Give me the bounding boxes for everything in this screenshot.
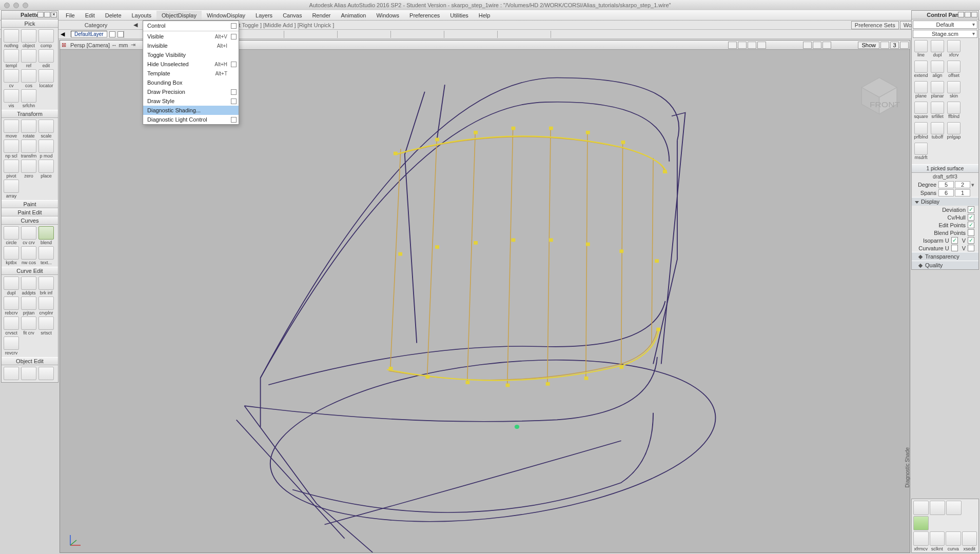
default-layer-chip[interactable]: DefaultLayer [71,31,107,37]
tool-brk inf[interactable]: brk inf [37,276,55,295]
tool-circle[interactable]: circle [3,226,20,245]
view-layout-icon[interactable] [880,42,889,49]
ctrl-tool-prfblnd[interactable]: prfblnd [913,122,929,143]
view-tool-icon[interactable] [748,42,756,49]
ctrl-tool-dupl[interactable]: dupl [929,40,946,61]
show-button[interactable]: Show [858,42,879,49]
section-curve-edit[interactable]: Curve Edit [2,267,58,275]
tool-srfchn[interactable]: srfchn [20,89,37,108]
nav-left-icon[interactable]: ◀ [133,22,138,28]
zoom-dot[interactable] [23,3,28,8]
section-paint[interactable]: Paint [2,200,58,208]
tool-prjtan[interactable]: prjtan [20,296,37,315]
tool-nothng[interactable]: nothng [3,29,20,48]
tool-cv[interactable]: cv [3,69,20,88]
tool-np scl[interactable]: np scl [3,140,20,159]
ctrl-tool-offset[interactable]: offset [946,61,962,81]
ctrl-min-icon[interactable] [965,12,971,17]
tool-crvsct[interactable]: crvsct [3,316,20,335]
ctrl-tool-ffblnd[interactable]: ffblnd [946,102,962,122]
menu-item-template[interactable]: TemplateAlt+T [143,69,239,78]
menu-objectdisplay[interactable]: ObjectDisplay [156,11,202,20]
tool-move[interactable]: move [3,120,20,138]
tool-object[interactable]: object [20,29,37,48]
ctrl-tool-msdrft[interactable]: msdrft [913,143,929,163]
tool-rebcrv[interactable]: rebcrv [3,296,20,315]
ctrl-tool-plane[interactable]: plane [913,81,929,102]
degree-u-field[interactable]: 5 [938,181,954,188]
checkbox[interactable]: ✓ [968,214,974,221]
view-layout-icon[interactable] [900,42,909,49]
ctrl-tool-pnlgap[interactable]: pnlgap [946,122,962,143]
ctrl-tool-extend[interactable]: extend [913,61,929,81]
menu-item-toggle-visibility[interactable]: Toggle Visibility [143,50,239,60]
ctrl-tool-skin[interactable]: skin [946,81,962,102]
close-dot[interactable] [4,3,10,8]
preset-dropdown[interactable]: Default [913,21,977,29]
tool-text...[interactable]: text... [37,246,55,265]
menu-help[interactable]: Help [474,11,496,20]
checkbox[interactable]: ✓ [968,222,974,228]
tool-fit crv[interactable]: fit crv [20,316,37,335]
view-tool-icon[interactable] [822,42,831,49]
tool-array[interactable]: array [3,180,20,199]
ctrl-close-icon[interactable] [971,12,977,17]
tool-place[interactable]: place [37,160,55,179]
checkbox[interactable]: ✓ [968,237,974,244]
option-box-icon[interactable] [231,62,237,67]
menu-item-invisible[interactable]: InvisibleAlt+I [143,41,239,50]
menu-canvas[interactable]: Canvas [278,11,307,20]
checkbox[interactable] [968,229,974,236]
option-box-icon[interactable] [231,98,237,104]
tool-comp[interactable]: comp [37,29,55,48]
menu-layouts[interactable]: Layouts [127,11,157,20]
view-tool-icon[interactable] [728,42,737,49]
ctrl-tool-square[interactable]: square [913,102,929,122]
menu-windowdisplay[interactable]: WindowDisplay [202,11,250,20]
menu-item-diagnostic-shading-[interactable]: Diagnostic Shading... [143,106,239,115]
view-tool-icon[interactable] [803,42,812,49]
tool-blend[interactable]: blend [37,226,55,245]
degree-v-field[interactable]: 2 [955,181,970,188]
menu-delete[interactable]: Delete [100,11,127,20]
shelf-tool-icon[interactable] [913,501,929,515]
checkbox[interactable] [951,245,958,251]
layer-color-swatch[interactable] [117,31,124,37]
menu-item-bounding-box[interactable]: Bounding Box [143,78,239,87]
tool-nw cos[interactable]: nw cos [20,246,37,265]
section-pick[interactable]: Pick [2,19,58,28]
option-box-icon[interactable] [231,34,237,39]
ctrl-tool-xfcrv[interactable]: xfcrv [946,40,962,61]
spans-v-field[interactable]: 1 [955,189,970,196]
tool-vis[interactable]: vis [3,89,20,108]
option-box-icon[interactable] [231,117,237,123]
view-layout-icon[interactable]: 3 [890,42,899,49]
tool-transfrn[interactable]: transfrn [20,140,37,159]
display-group-header[interactable]: Display [912,197,978,206]
tool-p mod[interactable]: p mod [37,140,55,159]
viewport-close-icon[interactable]: ⊠ [60,42,67,48]
section-paint-edit[interactable]: Paint Edit [2,208,58,216]
menu-item-visible[interactable]: VisibleAlt+V [143,32,239,41]
menu-utilities[interactable]: Utilities [445,11,473,20]
tool-pivot[interactable]: pivot [3,160,20,179]
shelf-tool-icon[interactable] [946,501,962,515]
tool-ref[interactable]: ref [20,49,37,68]
tool-srtsct[interactable]: srtsct [37,316,55,335]
menu-preferences[interactable]: Preferences [404,11,445,20]
ctrl-tool-tuboff[interactable]: tuboff [929,122,946,143]
checkbox[interactable]: ✓ [951,237,958,244]
tool-cos[interactable]: cos [20,69,37,88]
menu-item-draw-precision[interactable]: Draw Precision [143,87,239,96]
section-curves[interactable]: Curves [2,216,58,225]
palette-dock-icon[interactable] [37,12,44,17]
ctrl-tool-align[interactable]: align [929,61,946,81]
section-object-edit[interactable]: Object Edit [2,357,58,365]
tool-rotate[interactable]: rotate [20,120,37,138]
tool-addpts[interactable]: addpts [20,276,37,295]
view-tool-icon[interactable] [757,42,766,49]
diagnostic-shade-tab[interactable]: Diagnostic Shade [905,447,910,487]
spans-u-field[interactable]: 6 [938,189,954,196]
ctrl-tool-planar[interactable]: planar [929,81,946,102]
palette-min-icon[interactable] [44,12,50,17]
